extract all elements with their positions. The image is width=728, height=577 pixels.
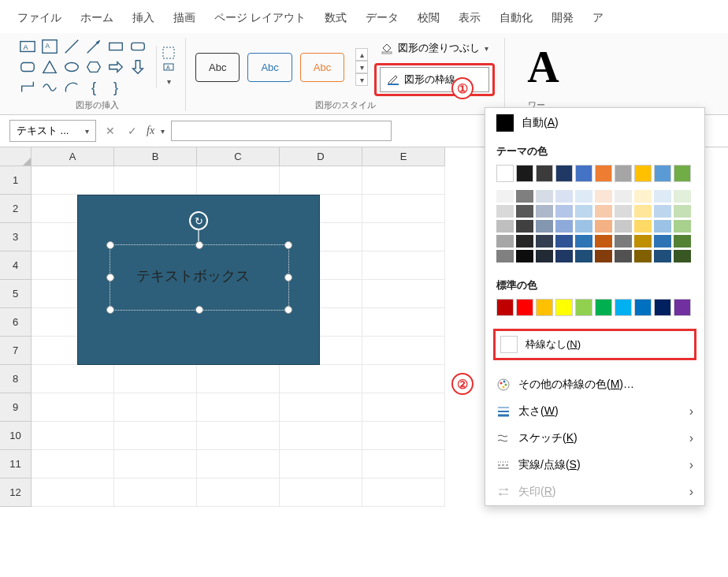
color-swatch[interactable] <box>595 220 612 233</box>
color-swatch[interactable] <box>575 205 592 218</box>
tab-automate[interactable]: 自動化 <box>498 8 534 28</box>
row-header[interactable]: 2 <box>0 195 32 223</box>
row-header[interactable]: 5 <box>0 280 32 308</box>
color-swatch[interactable] <box>516 250 533 262</box>
resize-handle[interactable] <box>106 306 114 314</box>
color-swatch[interactable] <box>654 165 671 182</box>
color-swatch[interactable] <box>674 190 691 203</box>
resize-handle[interactable] <box>195 306 203 314</box>
color-swatch[interactable] <box>654 190 671 203</box>
line-icon[interactable] <box>63 38 80 55</box>
col-header-b[interactable]: B <box>114 147 197 166</box>
color-swatch[interactable] <box>575 190 592 203</box>
color-swatch[interactable] <box>674 165 691 182</box>
color-swatch[interactable] <box>536 165 553 182</box>
no-outline-item[interactable]: 枠線なし(N) <box>526 337 581 352</box>
color-swatch[interactable] <box>674 250 691 262</box>
col-header-a[interactable]: A <box>32 147 114 166</box>
row-header[interactable]: 3 <box>0 223 32 251</box>
triangle-icon[interactable] <box>41 58 58 76</box>
color-swatch[interactable] <box>496 250 514 262</box>
color-swatch[interactable] <box>575 220 592 233</box>
color-swatch[interactable] <box>516 235 533 248</box>
arrow-right-icon[interactable] <box>107 58 124 76</box>
color-swatch[interactable] <box>595 165 612 182</box>
rect2-icon[interactable] <box>19 58 36 76</box>
hexagon-icon[interactable] <box>85 58 102 76</box>
style-item-blue[interactable]: Abc <box>247 53 292 82</box>
shape-fill-button[interactable]: 図形の塗りつぶし ▾ <box>374 38 495 58</box>
color-swatch[interactable] <box>555 220 573 233</box>
color-swatch[interactable] <box>536 190 553 203</box>
color-swatch[interactable] <box>496 190 514 203</box>
arrow-line-icon[interactable] <box>85 38 102 55</box>
textbox-draw-icon[interactable]: A <box>162 60 176 74</box>
tab-insert[interactable]: 挿入 <box>131 8 156 28</box>
color-swatch[interactable] <box>674 299 691 316</box>
row-header[interactable]: 11 <box>0 450 32 478</box>
accept-formula-icon[interactable]: ✓ <box>124 123 140 139</box>
color-swatch[interactable] <box>516 299 533 316</box>
color-swatch[interactable] <box>634 205 652 218</box>
color-swatch[interactable] <box>575 235 592 248</box>
color-swatch[interactable] <box>654 235 671 248</box>
color-swatch[interactable] <box>654 205 671 218</box>
color-swatch[interactable] <box>634 250 652 262</box>
outline-auto-item[interactable]: 自動(A) <box>485 108 704 138</box>
color-swatch[interactable] <box>575 250 592 262</box>
formula-input[interactable] <box>171 121 392 141</box>
tab-home[interactable]: ホーム <box>79 8 115 28</box>
style-item-orange[interactable]: Abc <box>300 53 344 82</box>
outline-weight-item[interactable]: 太さ(W) <box>485 398 704 425</box>
color-swatch[interactable] <box>615 190 632 203</box>
rectangle-icon[interactable] <box>107 38 124 55</box>
brace-left-icon[interactable]: { <box>85 79 102 96</box>
shapes-more-icon[interactable]: ▾ <box>162 74 176 88</box>
color-swatch[interactable] <box>536 235 553 248</box>
color-swatch[interactable] <box>615 220 632 233</box>
tab-data[interactable]: データ <box>364 8 400 28</box>
color-swatch[interactable] <box>575 165 592 182</box>
color-swatch[interactable] <box>496 220 514 233</box>
color-swatch[interactable] <box>575 299 592 316</box>
color-swatch[interactable] <box>536 250 553 262</box>
resize-handle[interactable] <box>106 241 114 249</box>
color-swatch[interactable] <box>555 165 573 182</box>
tab-formulas[interactable]: 数式 <box>323 8 348 28</box>
color-swatch[interactable] <box>615 165 632 182</box>
color-swatch[interactable] <box>516 190 533 203</box>
color-swatch[interactable] <box>634 299 652 316</box>
color-swatch[interactable] <box>536 299 553 316</box>
color-swatch[interactable] <box>615 299 632 316</box>
color-swatch[interactable] <box>595 235 612 248</box>
canvas-rectangle-shape[interactable]: テキストボックス <box>77 195 320 365</box>
rounded-rect-icon[interactable] <box>129 38 147 55</box>
row-header[interactable]: 10 <box>0 422 32 450</box>
color-swatch[interactable] <box>496 299 514 316</box>
tab-view[interactable]: 表示 <box>457 8 482 28</box>
row-header[interactable]: 12 <box>0 478 32 507</box>
color-swatch[interactable] <box>615 250 632 262</box>
connector-icon[interactable] <box>19 79 36 96</box>
color-swatch[interactable] <box>496 235 514 248</box>
col-header-e[interactable]: E <box>362 147 445 166</box>
color-swatch[interactable] <box>634 235 652 248</box>
name-box[interactable]: テキスト ... ▾ <box>9 120 96 142</box>
tab-draw[interactable]: 描画 <box>172 8 197 28</box>
color-swatch[interactable] <box>654 299 671 316</box>
tab-file[interactable]: ファイル <box>16 8 63 28</box>
tab-more[interactable]: ア <box>591 8 605 28</box>
color-swatch[interactable] <box>595 190 612 203</box>
color-swatch[interactable] <box>634 165 652 182</box>
col-header-c[interactable]: C <box>197 147 280 166</box>
resize-handle[interactable] <box>106 274 114 281</box>
color-swatch[interactable] <box>615 235 632 248</box>
fx-label[interactable]: fx <box>147 125 154 137</box>
color-swatch[interactable] <box>674 220 691 233</box>
color-swatch[interactable] <box>516 205 533 218</box>
more-outline-colors-item[interactable]: その他の枠線の色(M)… <box>485 371 704 398</box>
color-swatch[interactable] <box>674 235 691 248</box>
shapes-gallery[interactable]: A A <box>19 38 147 96</box>
select-all-corner[interactable] <box>0 147 32 166</box>
style-item-black[interactable]: Abc <box>195 53 240 82</box>
